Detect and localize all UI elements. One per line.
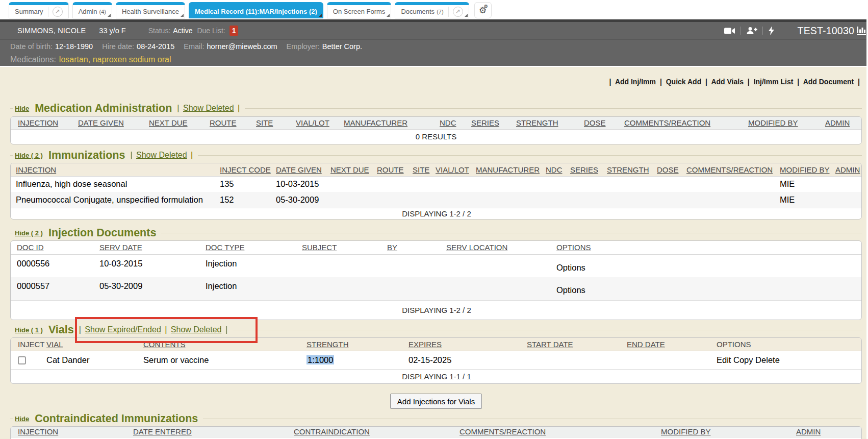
col-header[interactable]: ADMIN <box>796 427 862 437</box>
status-value: Active <box>173 27 192 35</box>
tab-documents-external[interactable]: ↗ <box>448 7 463 17</box>
medication-link[interactable]: naproxen sodium oral <box>93 55 171 64</box>
col-header[interactable]: DATE ENTERED <box>133 427 294 437</box>
col-header[interactable]: DOSE <box>584 117 624 129</box>
col-header[interactable]: ROUTE <box>210 117 256 129</box>
col-header[interactable]: SITE <box>256 117 296 129</box>
tab-health-surveillance[interactable]: Health Surveillance <box>116 2 185 18</box>
col-header[interactable]: MODIFIED BY <box>780 163 835 176</box>
tab-summary-external[interactable]: ↗ <box>48 7 63 17</box>
col-header[interactable]: STRENGTH <box>307 338 409 351</box>
med-admin-header-row: INJECTION DATE GIVEN NEXT DUE ROUTE SITE… <box>11 117 861 129</box>
col-header[interactable]: MANUFACTURER <box>476 163 546 176</box>
col-header[interactable]: DOC TYPE <box>206 241 302 254</box>
col-header[interactable]: MANUFACTURER <box>344 117 440 129</box>
tab-on-screen-forms[interactable]: On Screen Forms <box>327 2 392 18</box>
col-header[interactable]: NDC <box>546 163 570 176</box>
dropdown-indicator-icon <box>387 14 390 17</box>
col-header[interactable]: INJECTION <box>11 163 220 176</box>
tab-admin[interactable]: Admin (4) <box>72 2 112 18</box>
col-header[interactable]: NEXT DUE <box>330 163 377 176</box>
vials-hide-link[interactable]: Hide ( 1 ) <box>15 326 43 334</box>
col-header[interactable]: SITE <box>413 163 436 176</box>
injection-documents-hide-link[interactable]: Hide ( 2 ) <box>15 229 43 237</box>
contraindicated-hide-link[interactable]: Hide <box>15 415 29 423</box>
inj-imm-list-link[interactable]: Inj/Imm List <box>754 78 794 86</box>
immunizations-show-deleted-link[interactable]: Show Deleted <box>136 151 187 159</box>
col-header[interactable]: BY <box>387 241 446 254</box>
col-header[interactable]: STRENGTH <box>607 163 657 176</box>
options-link[interactable]: Options <box>556 277 862 300</box>
col-header[interactable]: NDC <box>440 117 471 129</box>
med-admin-title: Medication Administration <box>35 102 172 115</box>
medication-link[interactable]: losartan <box>59 55 88 64</box>
col-header[interactable]: VIAL/LOT <box>296 117 344 129</box>
due-list-badge[interactable]: 1 <box>229 26 239 36</box>
settings-button[interactable]: ⚙ ⚙ <box>474 2 492 18</box>
col-header[interactable]: SERIES <box>471 117 516 129</box>
dropdown-indicator-icon <box>181 14 184 17</box>
col-header[interactable]: OPTIONS <box>556 241 862 254</box>
patient-name: SIMMONS, NICOLE <box>17 27 86 35</box>
col-header[interactable]: DATE GIVEN <box>78 117 149 129</box>
injection-documents-header-row: DOC ID SERV DATE DOC TYPE SUBJECT BY SER… <box>11 241 862 254</box>
vial-checkbox[interactable] <box>18 356 26 364</box>
col-header[interactable]: ADMIN <box>835 163 862 176</box>
col-header[interactable]: SUBJECT <box>302 241 387 254</box>
col-header[interactable]: INJECT CODE <box>220 163 276 176</box>
add-document-link[interactable]: Add Document <box>803 78 854 86</box>
med-admin-show-deleted-link[interactable]: Show Deleted <box>183 104 234 112</box>
col-header[interactable]: COMMENTS/REACTION <box>686 163 780 176</box>
immunizations-header-row: INJECTION INJECT CODE DATE GIVEN NEXT DU… <box>11 163 862 176</box>
banner-icons: TEST-10030 <box>724 25 868 37</box>
col-header[interactable]: SERV DATE <box>99 241 206 254</box>
col-header[interactable]: MODIFIED BY <box>748 117 825 129</box>
injection-name: Pneumococcal Conjugate, unspecified form… <box>11 192 220 208</box>
quick-add-link[interactable]: Quick Add <box>666 78 702 86</box>
empty-results: 0 RESULTS <box>11 129 861 144</box>
inject-code: 152 <box>220 192 276 208</box>
col-header[interactable]: MODIFIED BY <box>661 427 796 437</box>
add-vials-link[interactable]: Add Vials <box>711 78 744 86</box>
immunizations-hide-link[interactable]: Hide ( 2 ) <box>15 152 43 159</box>
col-header[interactable]: END DATE <box>627 338 717 351</box>
col-header[interactable]: EXPIRES <box>409 338 527 351</box>
col-header[interactable]: DOSE <box>657 163 686 176</box>
col-header[interactable]: DATE GIVEN <box>276 163 330 176</box>
col-header[interactable]: DOC ID <box>11 241 99 254</box>
col-header: OPTIONS <box>717 338 862 351</box>
col-header[interactable]: INJECTION <box>11 117 78 129</box>
med-admin-hide-link[interactable]: Hide <box>15 105 29 112</box>
tab-medical-record[interactable]: Medical Record (11):MAR/Injections (2) <box>189 2 323 18</box>
doc-type: Injection <box>206 254 302 277</box>
bar-chart-icon[interactable] <box>857 26 866 35</box>
vials-title: Vials <box>48 324 74 336</box>
col-header[interactable]: VIAL/LOT <box>436 163 476 176</box>
col-header[interactable]: SERIES <box>570 163 607 176</box>
add-injections-for-vials-button[interactable]: Add Injections for Vials <box>390 394 482 409</box>
options-link[interactable]: Options <box>556 254 862 277</box>
contraindicated-empty-row <box>11 437 862 439</box>
tab-summary[interactable]: Summary ↗ <box>9 2 69 18</box>
col-header[interactable]: ADMIN <box>825 117 861 129</box>
col-header[interactable]: SERV LOCATION <box>446 241 556 254</box>
tab-admin-count: (4) <box>99 9 106 15</box>
col-header[interactable]: INJECTION <box>11 427 133 437</box>
col-header[interactable]: START DATE <box>527 338 627 351</box>
col-header[interactable]: COMMENTS/REACTION <box>624 117 748 129</box>
add-inj-imm-link[interactable]: Add Inj/Imm <box>615 78 656 86</box>
gear-small-icon: ⚙ <box>484 4 489 9</box>
col-header[interactable]: CONTRAINDICATION <box>294 427 459 437</box>
col-header[interactable]: COMMENTS/REACTION <box>459 427 661 437</box>
col-header[interactable]: NEXT DUE <box>149 117 210 129</box>
tab-documents[interactable]: Documents (7) ↗ <box>395 2 469 18</box>
col-header[interactable]: ROUTE <box>377 163 413 176</box>
tab-health-surveillance-label: Health Surveillance <box>122 8 179 15</box>
vial-expires: 02-15-2025 <box>409 351 527 369</box>
vial-options[interactable]: Edit Copy Delete <box>717 351 862 369</box>
modified-by: MIE <box>780 176 835 192</box>
col-header[interactable]: STRENGTH <box>516 117 584 129</box>
add-person-icon[interactable] <box>746 27 757 35</box>
lightning-icon[interactable] <box>768 26 775 35</box>
video-camera-icon[interactable] <box>724 27 735 35</box>
